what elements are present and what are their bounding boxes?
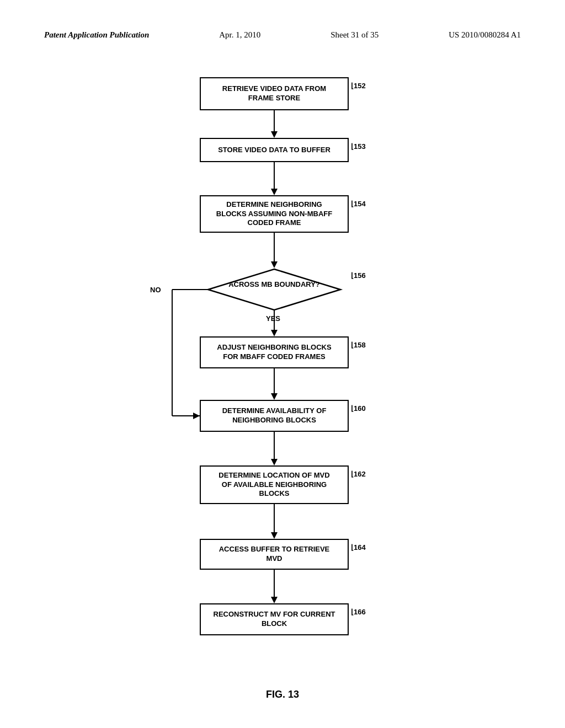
box-153: STORE VIDEO DATA TO BUFFER: [200, 138, 349, 162]
label-156: ⌊156: [351, 271, 366, 280]
box-166: RECONSTRUCT MV FOR CURRENTBLOCK: [200, 603, 349, 635]
publication-title: Patent Application Publication: [44, 30, 149, 40]
svg-text:ACROSS MB BOUNDARY?: ACROSS MB BOUNDARY?: [228, 280, 320, 288]
box-164: ACCESS BUFFER TO RETRIEVEMVD: [200, 539, 349, 570]
label-158: ⌊158: [351, 341, 366, 349]
box-158: ADJUST NEIGHBORING BLOCKSFOR MBAFF CODED…: [200, 336, 349, 368]
label-160: ⌊160: [351, 404, 366, 413]
box-154: DETERMINE NEIGHBORINGBLOCKS ASSUMING NON…: [200, 195, 349, 233]
label-153: ⌊153: [351, 142, 366, 151]
box-162: DETERMINE LOCATION OF MVDOF AVAILABLE NE…: [200, 465, 349, 504]
svg-marker-3: [271, 189, 278, 195]
publication-date: Apr. 1, 2010: [219, 30, 260, 40]
label-164: ⌊164: [351, 543, 366, 552]
sheet-info: Sheet 31 of 35: [331, 30, 379, 40]
label-no: NO: [150, 286, 161, 294]
svg-marker-1: [271, 131, 278, 138]
label-154: ⌊154: [351, 200, 366, 208]
label-152: ⌊152: [351, 82, 366, 90]
svg-marker-15: [271, 393, 278, 400]
svg-marker-21: [271, 597, 278, 603]
svg-marker-17: [271, 459, 278, 465]
label-166: ⌊166: [351, 608, 366, 616]
svg-marker-11: [193, 413, 200, 419]
patent-number: US 2010/0080284 A1: [449, 30, 521, 40]
box-160: DETERMINE AVAILABILITY OFNEIGHBORING BLO…: [200, 400, 349, 432]
svg-marker-5: [271, 261, 278, 268]
flowchart-diagram: RETRIEVE VIDEO DATA FROMFRAME STORE ⌊152…: [117, 72, 448, 673]
figure-label: FIG. 13: [266, 689, 299, 700]
label-162: ⌊162: [351, 470, 366, 478]
label-yes: YES: [266, 314, 280, 323]
svg-marker-13: [271, 330, 278, 336]
svg-marker-6: [208, 269, 340, 310]
box-152: RETRIEVE VIDEO DATA FROMFRAME STORE: [200, 77, 349, 110]
page-header: Patent Application Publication Apr. 1, 2…: [44, 30, 521, 40]
svg-marker-19: [271, 532, 278, 539]
